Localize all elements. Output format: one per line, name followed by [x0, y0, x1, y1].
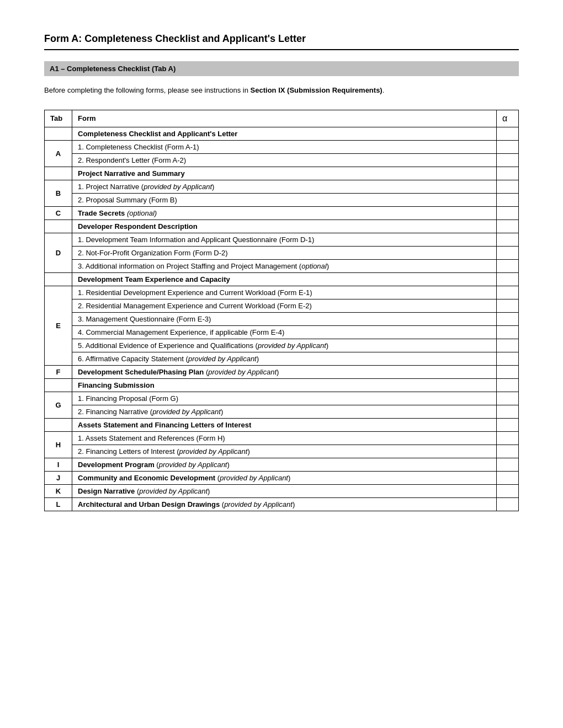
table-row: Financing Submission: [45, 378, 519, 392]
table-row: 3. Additional information on Project Sta…: [45, 259, 519, 272]
table-row: C Trade Secrets (optional): [45, 206, 519, 220]
alpha-cell: [497, 312, 519, 325]
tab-cell: [45, 220, 72, 233]
table-row: Developer Respondent Description: [45, 220, 519, 233]
alpha-cell: [497, 418, 519, 431]
form-cell: 1. Completeness Checklist (Form A-1): [72, 140, 497, 153]
tab-cell-e: E: [45, 286, 72, 365]
alpha-cell: [497, 259, 519, 272]
form-cell: 1. Project Narrative (provided by Applic…: [72, 180, 497, 193]
form-cell: Architectural and Urban Design Drawings …: [72, 497, 497, 511]
alpha-cell: [497, 299, 519, 312]
table-row: 2. Respondent's Letter (Form A-2): [45, 153, 519, 167]
form-cell: 1. Assets Statement and References (Form…: [72, 431, 497, 445]
table-row: Completeness Checklist and Applicant's L…: [45, 127, 519, 140]
alpha-cell: [497, 325, 519, 339]
section-label: Project Narrative and Summary: [72, 167, 497, 180]
intro-paragraph: Before completing the following forms, p…: [44, 85, 519, 97]
tab-cell-l: L: [45, 497, 72, 511]
alpha-cell: [497, 431, 519, 445]
form-cell: 3. Additional information on Project Sta…: [72, 259, 497, 272]
form-cell: 2. Financing Letters of Interest (provid…: [72, 445, 497, 458]
form-cell: Community and Economic Development (prov…: [72, 471, 497, 484]
alpha-cell: [497, 471, 519, 484]
form-cell: 2. Residential Management Experience and…: [72, 299, 497, 312]
alpha-cell: [497, 445, 519, 458]
table-row: B 1. Project Narrative (provided by Appl…: [45, 180, 519, 193]
table-header-row: Tab Form α: [45, 110, 519, 127]
alpha-cell: [497, 352, 519, 365]
form-cell: 2. Financing Narrative (provided by Appl…: [72, 405, 497, 418]
table-row: Development Team Experience and Capacity: [45, 272, 519, 286]
alpha-cell: [497, 246, 519, 259]
form-cell: 3. Management Questionnaire (Form E-3): [72, 312, 497, 325]
section-label: Development Team Experience and Capacity: [72, 272, 497, 286]
section-label: Developer Respondent Description: [72, 220, 497, 233]
form-cell: 2. Respondent's Letter (Form A-2): [72, 153, 497, 167]
form-cell: Development Schedule/Phasing Plan (provi…: [72, 365, 497, 378]
alpha-cell: [497, 365, 519, 378]
table-row: L Architectural and Urban Design Drawing…: [45, 497, 519, 511]
form-cell: Design Narrative (provided by Applicant): [72, 484, 497, 497]
tab-cell: [45, 127, 72, 140]
alpha-cell: [497, 405, 519, 418]
tab-cell-c: C: [45, 206, 72, 220]
table-row: 2. Not-For-Profit Organization Form (For…: [45, 246, 519, 259]
form-cell: Development Program (provided by Applica…: [72, 458, 497, 471]
alpha-cell: [497, 140, 519, 153]
tab-cell-j: J: [45, 471, 72, 484]
form-cell: Trade Secrets (optional): [72, 206, 497, 220]
table-row: D 1. Development Team Information and Ap…: [45, 233, 519, 246]
section-label: Completeness Checklist and Applicant's L…: [72, 127, 497, 140]
alpha-cell: [497, 180, 519, 193]
form-cell: 5. Additional Evidence of Experience and…: [72, 339, 497, 352]
tab-cell-d: D: [45, 233, 72, 272]
alpha-cell: [497, 392, 519, 405]
table-row: K Design Narrative (provided by Applican…: [45, 484, 519, 497]
table-row: 2. Residential Management Experience and…: [45, 299, 519, 312]
form-cell: 6. Affirmative Capacity Statement (provi…: [72, 352, 497, 365]
table-row: 4. Commercial Management Experience, if …: [45, 325, 519, 339]
alpha-cell: [497, 206, 519, 220]
table-row: 2. Proposal Summary (Form B): [45, 193, 519, 206]
tab-cell-g: G: [45, 392, 72, 418]
alpha-cell: [497, 484, 519, 497]
tab-cell-b: B: [45, 180, 72, 206]
col-header-tab: Tab: [45, 110, 72, 127]
alpha-cell: [497, 272, 519, 286]
intro-text-end: .: [383, 86, 385, 94]
form-cell: 2. Not-For-Profit Organization Form (For…: [72, 246, 497, 259]
alpha-cell: [497, 378, 519, 392]
alpha-symbol: α: [502, 114, 507, 123]
col-header-alpha: α: [497, 110, 519, 127]
table-row: 2. Financing Narrative (provided by Appl…: [45, 405, 519, 418]
intro-text-bold: Section IX (Submission Requirements): [251, 86, 383, 94]
table-row: Project Narrative and Summary: [45, 167, 519, 180]
table-row: E 1. Residential Development Experience …: [45, 286, 519, 299]
tab-cell-k: K: [45, 484, 72, 497]
alpha-cell: [497, 153, 519, 167]
table-row: H 1. Assets Statement and References (Fo…: [45, 431, 519, 445]
section-label: Financing Submission: [72, 378, 497, 392]
table-row: 2. Financing Letters of Interest (provid…: [45, 445, 519, 458]
tab-cell: [45, 378, 72, 392]
alpha-cell: [497, 286, 519, 299]
alpha-cell: [497, 497, 519, 511]
table-row: 6. Affirmative Capacity Statement (provi…: [45, 352, 519, 365]
tab-cell: [45, 167, 72, 180]
table-row: I Development Program (provided by Appli…: [45, 458, 519, 471]
intro-text-normal: Before completing the following forms, p…: [44, 86, 248, 94]
form-cell: 1. Residential Development Experience an…: [72, 286, 497, 299]
alpha-cell: [497, 233, 519, 246]
tab-cell-h: H: [45, 431, 72, 458]
alpha-cell: [497, 220, 519, 233]
table-row: J Community and Economic Development (pr…: [45, 471, 519, 484]
table-row: Assets Statement and Financing Letters o…: [45, 418, 519, 431]
tab-cell: [45, 272, 72, 286]
page-title: Form A: Completeness Checklist and Appli…: [44, 33, 519, 50]
col-header-form: Form: [72, 110, 497, 127]
tab-cell-a: A: [45, 140, 72, 167]
alpha-cell: [497, 339, 519, 352]
form-cell: 1. Development Team Information and Appl…: [72, 233, 497, 246]
table-row: F Development Schedule/Phasing Plan (pro…: [45, 365, 519, 378]
